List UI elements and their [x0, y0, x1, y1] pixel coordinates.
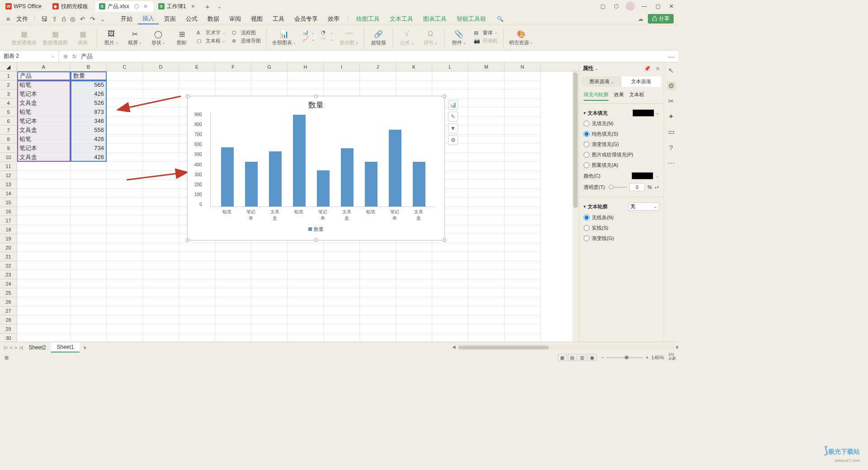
cell[interactable]: 笔记本	[17, 117, 71, 126]
cell[interactable]	[432, 324, 468, 334]
cell[interactable]	[143, 279, 179, 288]
symbol-button[interactable]: Ω符号⌄	[422, 29, 439, 46]
chart-styles-button[interactable]: ✎	[448, 112, 458, 122]
picture-button[interactable]: 🖼图片⌄	[103, 29, 120, 46]
cell[interactable]	[360, 324, 396, 334]
cell[interactable]	[432, 306, 468, 315]
cell[interactable]	[17, 261, 71, 270]
cell[interactable]	[288, 288, 324, 297]
fill-solid-radio[interactable]: 纯色填充(S)	[584, 129, 659, 139]
cell[interactable]	[505, 279, 541, 288]
chart-settings-button[interactable]: ⚙	[448, 135, 458, 145]
cell[interactable]	[71, 297, 107, 306]
chart-type-1[interactable]: 📊⌄	[302, 29, 315, 36]
cell[interactable]	[107, 243, 143, 252]
next-sheet-icon[interactable]: >	[14, 345, 17, 350]
cell[interactable]	[468, 234, 505, 243]
cell[interactable]	[71, 334, 107, 342]
cell[interactable]	[288, 71, 324, 80]
menu-efficiency[interactable]: 效率	[323, 14, 344, 24]
cell[interactable]	[179, 315, 215, 324]
resize-handle[interactable]	[186, 94, 189, 98]
cell[interactable]	[143, 306, 179, 315]
row-header-2[interactable]: 2	[0, 80, 17, 89]
row-header-1[interactable]: 1	[0, 71, 17, 80]
row-header-6[interactable]: 6	[0, 117, 17, 126]
cell[interactable]	[17, 216, 71, 225]
cell[interactable]	[71, 315, 107, 324]
cell[interactable]	[505, 135, 541, 144]
chart-type-3[interactable]: ◔⌄	[321, 29, 333, 36]
help-icon[interactable]: ?	[667, 143, 676, 152]
col-header-C[interactable]: C	[107, 62, 143, 71]
cell[interactable]	[396, 324, 432, 334]
cell[interactable]	[360, 334, 396, 342]
pin-icon[interactable]: 📌	[644, 66, 651, 72]
undo-icon[interactable]: ↶	[80, 15, 85, 23]
col-header-B[interactable]: B	[71, 62, 107, 71]
row-header-12[interactable]: 12	[0, 171, 17, 180]
chart-title[interactable]: 数量	[188, 96, 444, 112]
cell[interactable]	[396, 71, 432, 80]
cell[interactable]	[107, 306, 143, 315]
cell[interactable]	[468, 135, 505, 144]
cell[interactable]	[432, 80, 468, 89]
cell[interactable]	[179, 324, 215, 334]
cell[interactable]	[288, 252, 324, 261]
minimize-icon[interactable]: —	[640, 2, 648, 10]
cell[interactable]	[432, 297, 468, 306]
row-header-22[interactable]: 22	[0, 261, 17, 270]
cell[interactable]	[179, 288, 215, 297]
menu-view[interactable]: 视图	[246, 14, 267, 24]
file-menu[interactable]: 文件	[14, 15, 31, 23]
tab-workbook1[interactable]: S 工作簿1	[155, 1, 201, 12]
sheet-tab-sheet2[interactable]: Sheet2	[23, 343, 51, 352]
cell[interactable]	[288, 297, 324, 306]
col-header-K[interactable]: K	[396, 62, 432, 71]
cell[interactable]	[251, 270, 288, 279]
app-icon[interactable]: ▢	[599, 2, 607, 10]
cell[interactable]	[17, 288, 71, 297]
cell[interactable]	[432, 288, 468, 297]
cell[interactable]	[251, 261, 288, 270]
cell[interactable]	[215, 80, 251, 89]
cell[interactable]	[107, 180, 143, 189]
cell[interactable]	[468, 108, 505, 117]
row-header-26[interactable]: 26	[0, 297, 17, 306]
attachment-button[interactable]: 📎附件⌄	[450, 29, 467, 46]
fill-picture-radio[interactable]: 图片或纹理填充(P)	[584, 150, 659, 160]
chart-bar[interactable]	[365, 162, 377, 207]
first-sheet-icon[interactable]: |<	[4, 345, 8, 350]
resize-handle[interactable]	[186, 238, 189, 242]
row-header-10[interactable]: 10	[0, 153, 17, 162]
cell[interactable]	[143, 234, 179, 243]
chart-bar[interactable]	[389, 130, 401, 207]
cell[interactable]	[505, 270, 541, 279]
cell[interactable]	[324, 243, 360, 252]
row-header-28[interactable]: 28	[0, 315, 17, 324]
cell[interactable]	[107, 80, 143, 89]
cell[interactable]	[107, 207, 143, 216]
cell[interactable]	[17, 252, 71, 261]
scrollbar-thumb[interactable]	[458, 346, 549, 349]
close-icon[interactable]: ✕	[667, 2, 675, 10]
col-header-M[interactable]: M	[468, 62, 505, 71]
cell[interactable]	[251, 80, 288, 89]
cell[interactable]	[432, 71, 468, 80]
pivot-chart-button[interactable]: ▦数据透视图	[43, 29, 68, 46]
view-reading[interactable]: ▣	[588, 354, 597, 361]
cell[interactable]	[324, 80, 360, 89]
cell[interactable]	[143, 252, 179, 261]
cell[interactable]	[505, 324, 541, 334]
chart-bar[interactable]	[269, 151, 282, 207]
view-pagebreak[interactable]: ▥	[578, 354, 587, 361]
cell[interactable]	[288, 80, 324, 89]
cell[interactable]	[360, 261, 396, 270]
cell[interactable]	[143, 89, 179, 99]
cell[interactable]	[71, 279, 107, 288]
cell[interactable]	[107, 297, 143, 306]
cell[interactable]: 文具盒	[17, 153, 71, 162]
cell[interactable]	[396, 252, 432, 261]
cell[interactable]	[143, 207, 179, 216]
cell[interactable]: 426	[71, 89, 107, 99]
